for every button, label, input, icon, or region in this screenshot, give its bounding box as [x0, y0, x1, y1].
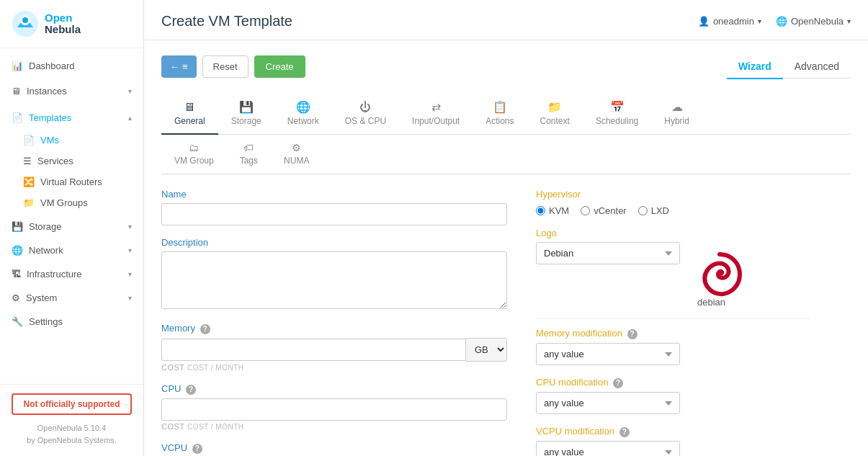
- tab-label: Network: [287, 116, 319, 126]
- storage-icon: 💾: [12, 221, 23, 232]
- tab-vm-group[interactable]: 🗂 VM Group: [161, 135, 227, 174]
- virtual-routers-icon: 🔀: [23, 176, 35, 187]
- memory-mod-select[interactable]: any value fixed range: [536, 343, 680, 365]
- sidebar-item-label: Instances: [27, 86, 122, 97]
- hypervisor-label: Hypervisor: [536, 189, 810, 200]
- numa-tab-icon: ⚙: [292, 142, 301, 153]
- description-label: Description: [161, 237, 507, 248]
- sidebar-sub-label: VMs: [40, 135, 59, 146]
- vcpu-mod-group: VCPU modification ? any value fixed rang…: [536, 426, 810, 456]
- os-cpu-tab-icon: ⏻: [359, 101, 371, 114]
- templates-section: 📄 Templates ▴ 📄 VMs ☰ Services 🔀 Virtual…: [0, 104, 143, 215]
- memory-unit-select[interactable]: GB MB TB: [465, 338, 507, 362]
- reset-button[interactable]: Reset: [202, 55, 249, 78]
- list-icon: ≡: [182, 61, 188, 72]
- hybrid-tab-icon: ☁: [671, 100, 683, 114]
- name-input[interactable]: [161, 203, 507, 225]
- cpu-mod-help-icon[interactable]: ?: [613, 378, 623, 388]
- sidebar-item-label: Storage: [29, 221, 122, 232]
- wizard-tab[interactable]: Wizard: [727, 55, 783, 79]
- vcpu-mod-select[interactable]: any value fixed range: [536, 441, 680, 456]
- instances-icon: 🖥: [12, 86, 21, 97]
- sidebar-item-label: Infrastructure: [27, 269, 122, 280]
- vcpu-mod-help-icon[interactable]: ?: [619, 427, 630, 437]
- sidebar-item-label: Templates: [29, 112, 122, 123]
- sidebar-footer: Not officially supported OpenNebula 5.10…: [0, 384, 143, 456]
- back-button[interactable]: ← ≡: [161, 55, 197, 78]
- not-supported-button[interactable]: Not officially supported: [12, 393, 132, 415]
- cpu-mod-label: CPU modification ?: [536, 377, 810, 388]
- cpu-input[interactable]: [161, 398, 507, 421]
- tab-label: Context: [540, 116, 570, 126]
- sidebar-item-settings[interactable]: 🔧 Settings: [0, 310, 143, 334]
- sidebar-item-network[interactable]: 🌐 Network ▾: [0, 238, 143, 262]
- tab-scheduling[interactable]: 📅 Scheduling: [583, 93, 651, 135]
- user-chevron-icon: ▾: [758, 17, 761, 25]
- chevron-down-icon: ▾: [128, 246, 132, 254]
- tab-context[interactable]: 📁 Context: [527, 93, 583, 135]
- cpu-mod-select[interactable]: any value fixed range: [536, 392, 680, 414]
- sidebar-sub-label: Services: [37, 156, 73, 166]
- system-icon: ⚙: [12, 292, 20, 303]
- hypervisor-vcenter-radio[interactable]: [581, 206, 590, 215]
- sidebar-item-vm-groups[interactable]: 📁 VM Groups: [0, 192, 143, 213]
- memory-input[interactable]: [161, 339, 465, 361]
- sidebar-item-instances[interactable]: 🖥 Instances ▾: [0, 79, 143, 103]
- vcpu-label: VCPU ?: [161, 442, 507, 454]
- hypervisor-lxd-radio[interactable]: [638, 206, 648, 215]
- vcpu-help-icon[interactable]: ?: [192, 444, 202, 454]
- user-menu[interactable]: 👤 oneadmin ▾: [698, 16, 761, 27]
- name-label: Name: [161, 189, 507, 200]
- hypervisor-kvm-radio[interactable]: [536, 206, 545, 215]
- create-button[interactable]: Create: [254, 55, 305, 78]
- description-input[interactable]: [161, 251, 507, 309]
- sidebar-item-vms[interactable]: 📄 VMs: [0, 130, 143, 151]
- hypervisor-kvm[interactable]: KVM: [536, 205, 569, 216]
- cpu-cost-label: Cost COST / MONTH: [161, 422, 507, 431]
- tab-general[interactable]: 🖥 General: [161, 94, 218, 135]
- sidebar: Open Nebula 📊 Dashboard 🖥 Instances ▾ 📄 …: [0, 0, 144, 456]
- svg-text:debian: debian: [697, 297, 725, 307]
- logo-nebula: Nebula: [45, 24, 81, 36]
- logo-select[interactable]: Debian Ubuntu CentOS Alpine Windows: [536, 242, 680, 264]
- tab-input-output[interactable]: ⇄ Input/Output: [399, 93, 473, 135]
- sidebar-item-storage[interactable]: 💾 Storage ▾: [0, 215, 143, 238]
- tab-numa[interactable]: ⚙ NUMA: [271, 135, 322, 174]
- tab-os-cpu[interactable]: ⏻ OS & CPU: [332, 94, 399, 135]
- sidebar-item-virtual-routers[interactable]: 🔀 Virtual Routers: [0, 171, 143, 192]
- memory-field-group: Memory ? GB MB TB Cost COST / MONTH: [161, 323, 507, 372]
- tab-tags[interactable]: 🏷 Tags: [227, 135, 271, 174]
- chevron-icon: ▾: [128, 87, 132, 95]
- logo-label: Logo: [536, 228, 810, 238]
- sidebar-item-templates[interactable]: 📄 Templates ▴: [0, 106, 143, 130]
- tab-hybrid[interactable]: ☁ Hybrid: [651, 93, 702, 135]
- actions-tab-icon: 📋: [493, 100, 507, 114]
- description-field-group: Description: [161, 237, 507, 311]
- sidebar-item-services[interactable]: ☰ Services: [0, 151, 143, 171]
- memory-mod-help-icon[interactable]: ?: [627, 329, 637, 339]
- tab-actions[interactable]: 📋 Actions: [473, 93, 527, 135]
- advanced-tab[interactable]: Advanced: [783, 55, 851, 79]
- tab2-label: VM Group: [174, 156, 214, 166]
- sidebar-item-system[interactable]: ⚙ System ▾: [0, 286, 143, 310]
- debian-logo: debian: [694, 249, 745, 307]
- main-content: Create VM Template 👤 oneadmin ▾ 🌐 OpenNe…: [144, 0, 868, 456]
- sidebar-item-label: Dashboard: [29, 61, 132, 71]
- form-left: Name Description Memory ? GB: [161, 189, 507, 456]
- version-text: OpenNebula 5.10.4 by OpenNebula Systems.: [12, 422, 132, 447]
- sidebar-item-infrastructure[interactable]: 🏗 Infrastructure ▾: [0, 262, 143, 286]
- hypervisor-lxd[interactable]: LXD: [638, 205, 669, 216]
- tab-network[interactable]: 🌐 Network: [274, 93, 332, 135]
- cloud-menu[interactable]: 🌐 OpenNebula ▾: [776, 16, 851, 27]
- cpu-help-icon[interactable]: ?: [186, 385, 196, 395]
- cloud-icon: 🌐: [776, 16, 787, 27]
- vcpu-field-group: VCPU ?: [161, 442, 507, 456]
- memory-help-icon[interactable]: ?: [200, 324, 210, 334]
- hypervisor-vcenter[interactable]: vCenter: [581, 205, 627, 216]
- tab-label: Input/Output: [412, 116, 460, 126]
- main-tabs: 🖥 General 💾 Storage 🌐 Network ⏻ OS & CPU…: [161, 93, 851, 135]
- tab-storage[interactable]: 💾 Storage: [218, 93, 274, 135]
- vms-icon: 📄: [23, 135, 35, 146]
- infrastructure-icon: 🏗: [12, 269, 21, 280]
- sidebar-item-dashboard[interactable]: 📊 Dashboard: [0, 54, 143, 78]
